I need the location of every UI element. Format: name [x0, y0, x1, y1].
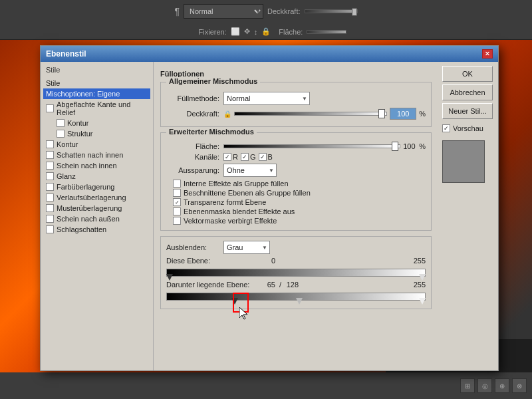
fill-slider-container: 100 % [223, 142, 426, 150]
opacity-row: Deckkraft: 🔒 100 % [166, 108, 426, 120]
bottom-icon-2[interactable]: ◎ [477, 378, 492, 393]
below-val1: 65 [262, 281, 275, 289]
style-item-farbuberlagerung[interactable]: Farbüberlagerung [43, 182, 150, 192]
styles-panel-title: Stile [43, 65, 150, 75]
fixieren-label: Fixieren: [199, 28, 227, 36]
style-item-struktur[interactable]: Struktur [43, 128, 150, 139]
style-item-schatten-innen[interactable]: Schatten nach innen [43, 150, 150, 160]
channel-r-checkbox[interactable] [223, 153, 231, 161]
below-val2: 128 [285, 281, 299, 289]
lock-icon2[interactable]: ✥ [244, 27, 250, 36]
below-layer-left-thumb-highlighted[interactable] [231, 298, 238, 305]
schein-aussen-checkbox[interactable] [46, 215, 54, 223]
style-item-mischoptionen[interactable]: Mischoptionen: Eigene [43, 88, 150, 99]
this-layer-left-thumb[interactable] [166, 274, 173, 281]
fill-method-row: Füllmethode: Normal ▼ [166, 92, 426, 105]
channel-g-checkbox[interactable] [241, 153, 249, 161]
style-item-verlaufs[interactable]: Verlaufsüberlagerung [43, 192, 150, 203]
fill-method-select[interactable]: Normal [223, 92, 310, 105]
blend-mode-wrapper[interactable]: Normal ▼ [184, 4, 263, 19]
lock-icon1[interactable]: ⬜ [231, 27, 240, 36]
style-item-kontur1[interactable]: Kontur [43, 118, 150, 128]
kontur1-checkbox[interactable] [57, 119, 65, 127]
style-item-kontur2[interactable]: Kontur [43, 139, 150, 150]
option-row-2: Beschnittene Ebenen als Gruppe füllen [173, 189, 426, 197]
opacity-slider[interactable] [234, 112, 387, 116]
exclusion-label: Aussparung: [166, 166, 219, 174]
schatten-innen-checkbox[interactable] [46, 151, 54, 159]
layer-style-dialog: Ebenenstil ✕ Stile Stile Mischoptionen: … [40, 45, 499, 371]
main-panel: Fülloptionen Allgemeiner Mischmodus Füll… [154, 62, 438, 370]
styles-panel: Stile Stile Mischoptionen: Eigene Abgefl… [41, 62, 154, 370]
exclusion-select[interactable]: Ohne [223, 164, 277, 177]
exclusion-dropdown-wrapper[interactable]: Ohne ▼ [223, 164, 277, 177]
option-2-checkbox[interactable] [173, 189, 181, 197]
this-layer-slider-track[interactable] [166, 269, 426, 277]
this-layer-right-thumb[interactable] [419, 274, 426, 281]
schlag-checkbox[interactable] [46, 225, 54, 233]
bottom-icon-3[interactable]: ⊕ [495, 378, 509, 393]
style-item-schein-innen[interactable]: Schein nach innen [43, 160, 150, 171]
ausblenden-dropdown-wrapper[interactable]: Grau ▼ [223, 241, 270, 254]
cancel-button[interactable]: Abbrechen [442, 84, 493, 100]
ausblenden-label: Ausblenden: [166, 243, 219, 251]
option-3-checkbox[interactable] [173, 198, 181, 206]
kontur2-checkbox[interactable] [46, 140, 54, 148]
preview-checkbox[interactable] [442, 124, 450, 132]
preview-checkbox-container[interactable]: Vorschau [442, 124, 494, 132]
ausblenden-row: Ausblenden: Grau ▼ [166, 241, 426, 254]
blend-mode-select[interactable]: Normal [184, 4, 263, 19]
style-item-label: Schein nach außen [57, 215, 120, 223]
fill-method-dropdown-wrapper[interactable]: Normal ▼ [223, 92, 310, 105]
lock-icon3[interactable]: ↕ [254, 28, 258, 36]
preview-swatch [442, 140, 485, 183]
style-item-label: Musterüberlagerung [57, 204, 122, 212]
below-layer-slider-track-container [166, 293, 426, 305]
this-layer-max-val: 255 [409, 257, 426, 265]
option-4-checkbox[interactable] [173, 207, 181, 215]
option-4-label: Ebenenmaska blendet Effekte aus [184, 207, 295, 215]
verlaufs-checkbox[interactable] [46, 194, 54, 201]
right-buttons-panel: OK Abbrechen Neuer Stil... Vorschau [438, 62, 498, 370]
style-item-stile[interactable]: Stile [43, 78, 150, 88]
dialog-content: Stile Stile Mischoptionen: Eigene Abgefl… [41, 62, 498, 370]
abgeflachte-checkbox[interactable] [46, 104, 54, 112]
schein-innen-checkbox[interactable] [46, 162, 54, 170]
style-item-schlagschatten[interactable]: Schlagschatten [43, 224, 150, 235]
struktur-checkbox[interactable] [57, 130, 65, 138]
opacity-input[interactable]: 100 [390, 108, 416, 120]
style-item-schein-aussen[interactable]: Schein nach außen [43, 213, 150, 224]
channel-b-checkbox[interactable] [259, 153, 267, 161]
fill-method-label: Füllmethode: [166, 94, 219, 102]
muster-checkbox[interactable] [46, 204, 54, 212]
new-style-button[interactable]: Neuer Stil... [442, 103, 493, 119]
option-row-1: Interne Effekte als Gruppe füllen [173, 180, 426, 188]
paragraph-icon: ¶ [174, 6, 180, 17]
channel-g[interactable]: G [241, 153, 256, 161]
channel-b[interactable]: B [259, 153, 273, 161]
lock-icon4[interactable]: 🔒 [261, 27, 271, 36]
dialog-close-button[interactable]: ✕ [482, 49, 493, 59]
option-1-checkbox[interactable] [173, 180, 181, 188]
opacity-label: Deckkraft: [267, 7, 301, 15]
general-blend-title: Allgemeiner Mischmodus [166, 77, 260, 85]
below-layer-far-right-thumb[interactable] [419, 298, 426, 305]
style-item-abgeflachte[interactable]: Abgeflachte Kante und Relief [43, 99, 150, 118]
bottom-icon-4[interactable]: ⊗ [512, 378, 527, 393]
style-item-muster[interactable]: Musterüberlagerung [43, 203, 150, 213]
ok-button[interactable]: OK [442, 66, 493, 82]
channel-r[interactable]: R [223, 153, 238, 161]
glanz-checkbox[interactable] [46, 172, 54, 180]
bottom-icon-1[interactable]: ⊞ [460, 378, 475, 393]
farb-checkbox[interactable] [46, 183, 54, 191]
style-item-glanz[interactable]: Glanz [43, 171, 150, 182]
option-1-label: Interne Effekte als Gruppe füllen [184, 180, 289, 188]
below-layer-row: Darunter liegende Ebene: 65 / 128 255 [166, 281, 426, 289]
fill-label: Fläche: [279, 28, 303, 36]
below-layer-right-thumb[interactable] [296, 298, 303, 305]
fill-slider[interactable] [223, 144, 400, 148]
ausblenden-select[interactable]: Grau [223, 241, 270, 254]
option-5-checkbox[interactable] [173, 217, 181, 225]
this-layer-row: Diese Ebene: 0 255 [166, 257, 426, 265]
channel-g-label: G [250, 153, 256, 161]
